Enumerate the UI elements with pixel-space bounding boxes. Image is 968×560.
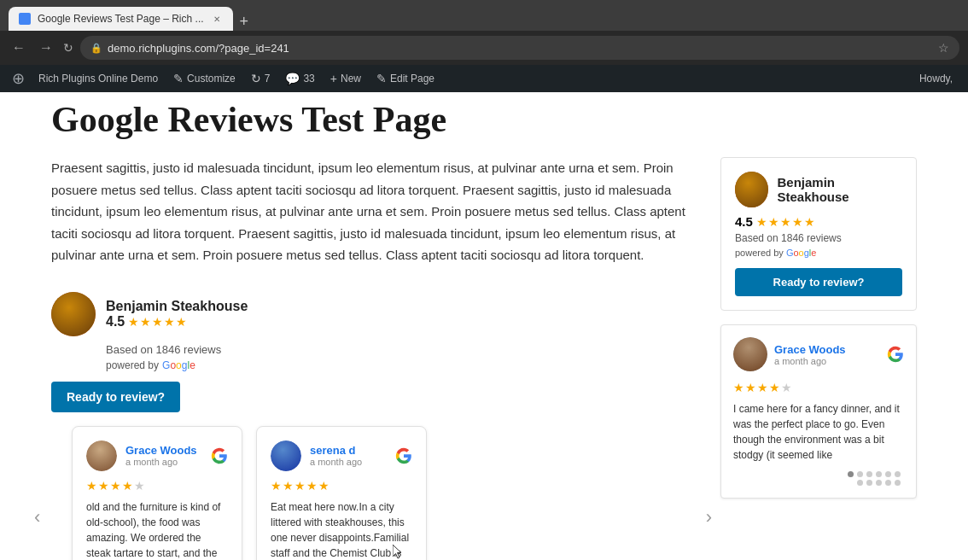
right-review-button[interactable]: Ready to review? bbox=[735, 268, 902, 296]
review-text-1: old and the furniture is kind of old-sch… bbox=[86, 499, 228, 561]
rdot-8[interactable] bbox=[866, 480, 872, 486]
rrs-3: ★ bbox=[757, 381, 768, 394]
forward-button[interactable]: → bbox=[36, 38, 56, 57]
back-button[interactable]: ← bbox=[9, 38, 29, 57]
right-business-avatar bbox=[735, 172, 768, 207]
reviewer-name-2: serena d bbox=[310, 444, 387, 457]
comments-icon: 💬 bbox=[285, 72, 300, 85]
right-dots-row-2 bbox=[857, 480, 901, 486]
reviews-count: Based on 1846 reviews bbox=[106, 343, 221, 356]
star-5-half: ★ bbox=[176, 315, 187, 329]
active-tab[interactable]: Google Reviews Test Page – Rich ... ✕ bbox=[9, 7, 233, 31]
g-letter-1: G bbox=[162, 359, 170, 371]
rs1-4: ★ bbox=[122, 479, 133, 493]
right-google-g-icon bbox=[887, 346, 904, 363]
refresh-button[interactable]: ↻ bbox=[63, 41, 73, 55]
updates-icon: ↻ bbox=[251, 72, 261, 85]
rdot-7[interactable] bbox=[857, 480, 863, 486]
admin-bar-updates[interactable]: ↻ 7 bbox=[244, 65, 277, 92]
admin-bar-comments[interactable]: 💬 33 bbox=[278, 65, 321, 92]
rs1-2: ★ bbox=[98, 479, 109, 493]
business-header: Benjamin Steakhouse 4.5 ★ ★ ★ ★ ★ bbox=[51, 292, 248, 336]
rdot-3[interactable] bbox=[866, 471, 872, 477]
left-widget: Benjamin Steakhouse 4.5 ★ ★ ★ ★ ★ bbox=[51, 292, 695, 412]
rstar-3: ★ bbox=[780, 215, 791, 229]
g-letter-3: o bbox=[176, 359, 182, 371]
business-info: Benjamin Steakhouse 4.5 ★ ★ ★ ★ ★ bbox=[106, 299, 248, 330]
right-powered-text: powered by bbox=[735, 248, 784, 258]
bookmark-icon[interactable]: ☆ bbox=[938, 41, 949, 55]
review-stars-1: ★ ★ ★ ★ ★ bbox=[86, 479, 145, 493]
admin-bar-new[interactable]: + New bbox=[324, 65, 368, 92]
admin-bar-site-name[interactable]: Rich Plugins Online Demo bbox=[32, 65, 165, 92]
reviewer-info-1: Grace Woods a month ago bbox=[125, 444, 202, 467]
new-label: New bbox=[341, 73, 361, 85]
right-reviewer-info: Grace Woods a month ago bbox=[774, 343, 846, 366]
right-business-info: Benjamin Steakhouse bbox=[777, 175, 902, 204]
url-bar[interactable]: 🔒 demo.richplugins.com/?page_id=241 ☆ bbox=[80, 36, 959, 60]
ready-to-review-button[interactable]: Ready to review? bbox=[51, 382, 180, 412]
customize-icon: ✎ bbox=[173, 72, 184, 85]
rs2-1: ★ bbox=[271, 479, 282, 493]
browser-tabs: Google Reviews Test Page – Rich ... ✕ + bbox=[9, 0, 252, 31]
powered-by-text: powered by bbox=[106, 359, 159, 371]
rdot-10[interactable] bbox=[885, 480, 891, 486]
rs1-1: ★ bbox=[86, 479, 97, 493]
right-carousel-dots bbox=[733, 471, 904, 486]
right-review-text: I came here for a fancy dinner, and it w… bbox=[733, 401, 904, 463]
reviewer-avatar-1 bbox=[86, 440, 117, 471]
rrs-1: ★ bbox=[733, 381, 744, 394]
right-panel: Benjamin Steakhouse 4.5 ★ ★ ★ ★ ★ Based … bbox=[720, 157, 917, 560]
reviews-carousel: Grace Woods a month ago ★ bbox=[72, 426, 674, 561]
rdot-11[interactable] bbox=[895, 480, 901, 486]
avatar-image bbox=[51, 292, 96, 336]
lock-icon: 🔒 bbox=[90, 43, 102, 54]
right-reviewer-header: Grace Woods a month ago bbox=[733, 337, 904, 371]
carousel-prev-button[interactable]: ‹ bbox=[34, 506, 40, 528]
reviewer-avatar-2 bbox=[271, 440, 301, 471]
star-3: ★ bbox=[152, 315, 163, 329]
new-tab-button[interactable]: + bbox=[236, 13, 253, 31]
rating-row: 4.5 ★ ★ ★ ★ ★ bbox=[106, 314, 248, 330]
rs1-5: ★ bbox=[134, 479, 145, 493]
admin-bar-edit-page[interactable]: ✎ Edit Page bbox=[370, 65, 441, 92]
admin-bar-customize[interactable]: ✎ Customize bbox=[166, 65, 242, 92]
right-reviews-count: Based on 1846 reviews bbox=[735, 232, 902, 244]
wp-admin-bar: ⊕ Rich Plugins Online Demo ✎ Customize ↻… bbox=[0, 65, 968, 92]
browser-chrome: Google Reviews Test Page – Rich ... ✕ + bbox=[0, 0, 968, 31]
right-google-logo: Google bbox=[786, 248, 817, 258]
right-widget: Benjamin Steakhouse 4.5 ★ ★ ★ ★ ★ Based … bbox=[720, 157, 917, 311]
right-reviewer-time: a month ago bbox=[774, 356, 846, 366]
star-4: ★ bbox=[164, 315, 175, 329]
reviewer-time-1: a month ago bbox=[125, 457, 202, 467]
right-rating-stars: ★ ★ ★ ★ ★ bbox=[756, 215, 815, 229]
right-review-card: Grace Woods a month ago ★ ★ ★ ★ ★ bbox=[720, 324, 917, 499]
rdot-4[interactable] bbox=[876, 471, 882, 477]
rs2-3: ★ bbox=[294, 479, 306, 493]
reviewer-time-2: a month ago bbox=[310, 457, 387, 467]
rdot-6[interactable] bbox=[895, 471, 901, 477]
serena-avatar-img bbox=[271, 440, 301, 471]
rdot-1[interactable] bbox=[848, 471, 854, 477]
carousel-next-button[interactable]: › bbox=[706, 506, 712, 528]
grace-avatar-img bbox=[86, 440, 117, 471]
google-logo-text: Google bbox=[162, 359, 195, 371]
rstar-5: ★ bbox=[804, 215, 815, 229]
edit-page-label: Edit Page bbox=[390, 73, 434, 85]
rs2-5: ★ bbox=[318, 479, 329, 493]
rdot-9[interactable] bbox=[876, 480, 882, 486]
wp-logo[interactable]: ⊕ bbox=[7, 69, 30, 88]
rdot-2[interactable] bbox=[857, 471, 863, 477]
page-title-area: Google Reviews Test Page bbox=[0, 92, 968, 140]
business-avatar bbox=[51, 292, 96, 336]
plus-icon: + bbox=[330, 72, 337, 85]
rstar-2: ★ bbox=[768, 215, 779, 229]
reviews-section: ‹ Grace Woods a month ago bbox=[51, 426, 695, 561]
customize-label: Customize bbox=[187, 73, 236, 85]
rdot-5[interactable] bbox=[885, 471, 891, 477]
tab-close-btn[interactable]: ✕ bbox=[211, 13, 223, 25]
reviewer-header-1: Grace Woods a month ago bbox=[86, 440, 228, 471]
right-reviewer-name: Grace Woods bbox=[774, 343, 846, 356]
star-1: ★ bbox=[128, 315, 139, 329]
body-text: Praesent sagittis, justo id malesuada ti… bbox=[51, 157, 695, 266]
